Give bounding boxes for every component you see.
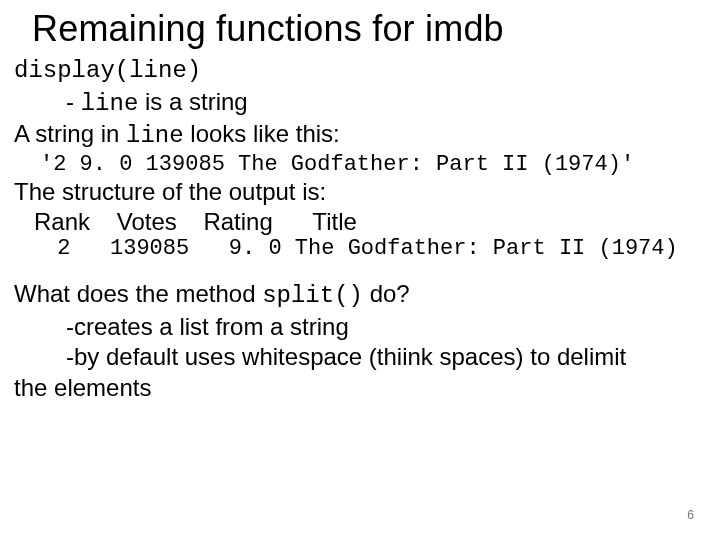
spacer (14, 261, 706, 279)
string-intro-prefix: A string in (14, 120, 126, 147)
slide: Remaining functions for imdb display(lin… (0, 0, 720, 540)
method-name: split() (262, 282, 363, 309)
page-number: 6 (687, 508, 694, 522)
bullet-dash: - (66, 88, 81, 115)
param-desc-text: is a string (138, 88, 247, 115)
code-signature: display(line) (14, 56, 706, 87)
param-desc: - line is a string (66, 87, 706, 120)
question: What does the method split() do? (14, 279, 706, 312)
string-intro-suffix: looks like this: (184, 120, 340, 147)
var-name: line (126, 122, 184, 149)
question-suffix: do? (363, 280, 410, 307)
output-intro: The structure of the output is: (14, 177, 706, 208)
output-row: 2 139085 9. 0 The Godfather: Part II (19… (44, 236, 706, 261)
answer-2-line2: the elements (14, 373, 706, 404)
answer-2-line1: -by default uses whitespace (thiink spac… (66, 342, 706, 373)
question-prefix: What does the method (14, 280, 262, 307)
slide-title: Remaining functions for imdb (32, 8, 706, 50)
answer-1: -creates a list from a string (66, 312, 706, 343)
string-intro: A string in line looks like this: (14, 119, 706, 152)
sample-string: '2 9. 0 139085 The Godfather: Part II (1… (40, 152, 706, 177)
output-headers: Rank Votes Rating Title (34, 208, 706, 236)
param-name: line (81, 90, 139, 117)
